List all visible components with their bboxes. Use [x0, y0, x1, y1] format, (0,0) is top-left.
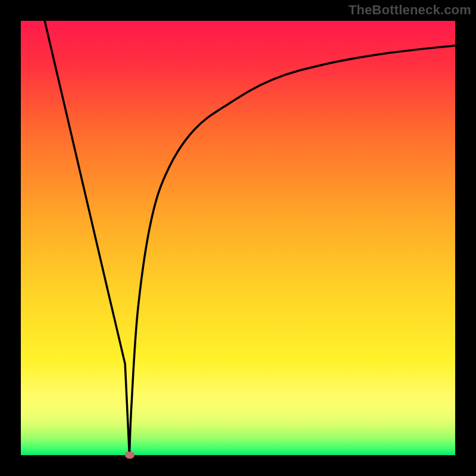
chart-curve [21, 21, 455, 455]
curve-path [45, 21, 455, 455]
plot-area [21, 21, 455, 455]
frame: TheBottleneck.com [0, 0, 476, 476]
minimum-marker [125, 452, 134, 459]
attribution-label: TheBottleneck.com [349, 2, 471, 18]
